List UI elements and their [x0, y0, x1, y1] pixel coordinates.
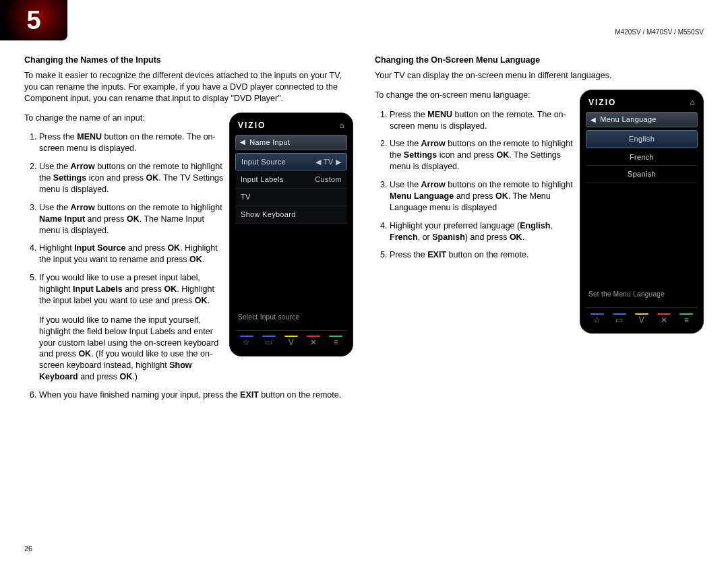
back-icon: ◀ [240, 137, 245, 147]
list-item: Use the Arrow buttons on the remote to h… [390, 179, 576, 214]
lead-inputs: To change the name of an input: [24, 113, 224, 124]
osd-name-input: VIZIO ⌂ ◀ Name Input Input Source ◀ TV ▶… [229, 113, 353, 356]
osd-menu-language: VIZIO ⌂ ◀ Menu Language English French S… [580, 90, 704, 334]
osd-row-value: ◀ TV ▶ [315, 157, 341, 167]
osd-breadcrumb-label: Menu Language [600, 115, 656, 125]
footer-v-icon: V [283, 337, 299, 348]
list-item: If you would like to use a preset input … [39, 272, 224, 307]
page-number: 26 [24, 544, 32, 553]
footer-star-icon: ☆ [239, 337, 255, 348]
footer-x-icon: ✕ [305, 337, 322, 348]
list-item: When you have finished naming your input… [39, 389, 353, 401]
osd-row-input-source: Input Source ◀ TV ▶ [235, 153, 347, 171]
footer-v-icon: V [634, 315, 650, 325]
osd-hint: Set the Menu Language [588, 290, 665, 299]
footer-square-icon: ▭ [261, 337, 277, 348]
footer-menu-icon: ≡ [328, 337, 344, 348]
osd-footer: ☆ ▭ V ✕ ≡ [235, 330, 347, 350]
model-line: M420SV / M470SV / M550SV [24, 9, 704, 36]
osd-footer: ☆ ▭ V ✕ ≡ [586, 307, 698, 327]
chapter-badge: 5 [0, 0, 67, 40]
osd-breadcrumb: ◀ Name Input [235, 135, 347, 150]
osd-brand: VIZIO [238, 120, 266, 131]
section-title-language: Changing the On-Screen Menu Language [375, 55, 704, 66]
list-item: Press the MENU button on the remote. The… [390, 109, 576, 132]
osd-row-label: Input Source [241, 157, 286, 167]
osd-row-value: Custom [315, 175, 342, 185]
intro-language: Your TV can display the on-screen menu i… [375, 70, 704, 82]
osd-row-tv: TV [235, 189, 347, 206]
list-item: Use the Arrow buttons on the remote to h… [390, 138, 576, 173]
intro-inputs: To make it easier to recognize the diffe… [24, 70, 353, 104]
list-item: Highlight your preferred language (Engli… [390, 220, 576, 243]
back-icon: ◀ [590, 115, 596, 125]
home-icon: ⌂ [690, 97, 695, 108]
footer-menu-icon: ≡ [678, 315, 694, 325]
osd-lang-english: English [586, 130, 698, 148]
note-paragraph: If you would like to name the input your… [39, 315, 224, 383]
list-item: Press the MENU button on the remote. The… [39, 131, 224, 154]
osd-breadcrumb-label: Name Input [249, 137, 290, 148]
section-title-inputs: Changing the Names of the Inputs [24, 55, 353, 66]
osd-row-input-labels: Input Labels Custom [235, 171, 347, 189]
osd-breadcrumb: ◀ Menu Language [586, 112, 698, 127]
list-item: Highlight Input Source and press OK. Hig… [39, 243, 224, 266]
osd-row-label: TV [241, 192, 251, 202]
chapter-number: 5 [26, 6, 40, 35]
list-item: Use the Arrow buttons on the remote to h… [39, 161, 224, 195]
osd-row-label: Input Labels [241, 175, 284, 185]
osd-lang-french: French [586, 149, 698, 166]
footer-x-icon: ✕ [656, 315, 672, 325]
home-icon: ⌂ [339, 120, 344, 131]
footer-square-icon: ▭ [611, 315, 628, 325]
osd-hint: Select Input source [238, 313, 299, 322]
osd-row-show-keyboard: Show Keyboard [235, 206, 347, 224]
footer-star-icon: ☆ [589, 315, 605, 325]
osd-lang-spanish: Spanish [586, 166, 698, 183]
lead-language: To change the on-screen menu language: [375, 90, 576, 101]
osd-brand: VIZIO [588, 97, 616, 108]
list-item: Press the EXIT button on the remote. [390, 249, 576, 261]
list-item: Use the Arrow buttons on the remote to h… [39, 202, 224, 237]
osd-row-label: Show Keyboard [241, 210, 296, 220]
